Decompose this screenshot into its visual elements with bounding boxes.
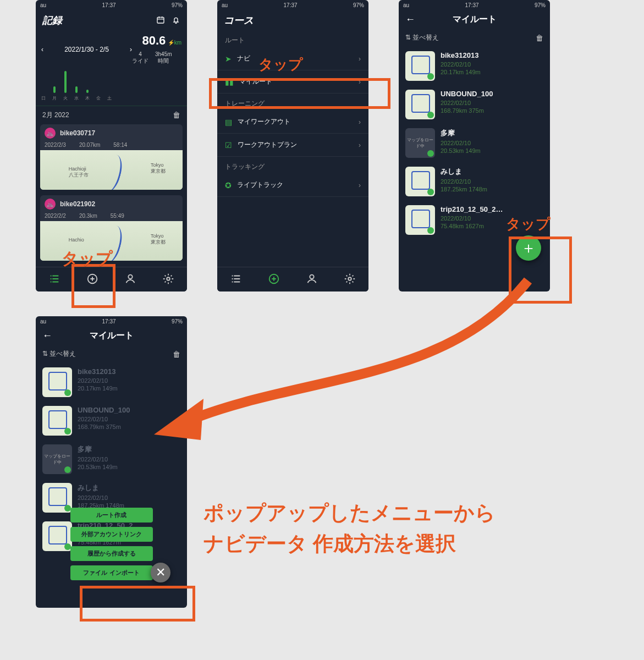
- chevron-right-icon: ›: [359, 141, 361, 149]
- sort-button[interactable]: ⇅ 並べ替え: [42, 349, 76, 359]
- ride-name: bike030717: [60, 129, 95, 137]
- livetrack-icon: ✪: [225, 181, 232, 190]
- ride-card[interactable]: 🚲 bike030717 2022/2/3 20.07km 58:14 Hach…: [40, 124, 183, 190]
- popup-from-history[interactable]: 履歴から作成する: [70, 546, 153, 561]
- route-name: 多摩: [441, 128, 481, 138]
- trash-icon[interactable]: [536, 34, 543, 42]
- route-thumb: [42, 483, 72, 513]
- sort-button[interactable]: ⇅ 並べ替え: [405, 33, 439, 42]
- clock: 17:37: [102, 2, 116, 8]
- ride-date: 2022/2/3: [45, 142, 66, 148]
- route-distance: 20.53km 149m: [78, 464, 118, 470]
- route-item[interactable]: みしま 2022/02/10 187.25km 1748m: [399, 162, 550, 201]
- nav-add-icon[interactable]: [86, 273, 98, 287]
- distance-unit: ⚡km: [168, 40, 181, 46]
- route-date: 2022/02/10: [78, 416, 130, 422]
- annotation-main-text: ポップアップしたメニューから ナビデータ 作成方法を選択: [203, 498, 496, 559]
- chevron-right-icon: ›: [359, 55, 361, 63]
- bell-icon[interactable]: [172, 15, 180, 26]
- section-training: トレーニング: [217, 94, 368, 111]
- back-icon[interactable]: ←: [405, 14, 415, 25]
- annotation-arrow: [143, 275, 544, 440]
- back-icon[interactable]: ←: [42, 330, 52, 342]
- route-date: 2022/02/10: [441, 178, 487, 185]
- route-item[interactable]: マップをロード中多摩 2022/02/10 20.53km 149m: [399, 124, 550, 162]
- ride-km: 20.3km: [79, 213, 97, 219]
- ride-duration: 58:14: [113, 142, 127, 148]
- svg-marker-7: [154, 399, 203, 440]
- route-thumb: マップをロード中: [405, 128, 435, 158]
- route-date: 2022/02/10: [441, 215, 503, 222]
- nav-list-icon[interactable]: [48, 273, 60, 287]
- carrier: au: [40, 2, 46, 8]
- navi-icon: ➤: [225, 54, 232, 63]
- annotation-tap-3: タップ: [506, 215, 551, 234]
- calendar-icon[interactable]: [156, 15, 165, 26]
- fab-add-button[interactable]: ＋: [516, 235, 541, 261]
- route-name: みしま: [441, 167, 487, 177]
- route-name: UNBOUND_100: [78, 406, 130, 414]
- menu-row-livetrack[interactable]: ✪ライブトラック ›: [217, 174, 368, 197]
- popup-file-import[interactable]: ファイル インポート: [70, 565, 153, 580]
- trash-icon[interactable]: [173, 111, 180, 120]
- screen-myroute: au 17:37 97% ← マイルート ⇅ 並べ替え bike312013 2…: [399, 0, 550, 292]
- route-date: 2022/02/10: [78, 494, 124, 501]
- page-title: コース: [224, 14, 254, 27]
- fab-close-button[interactable]: ✕: [151, 563, 170, 582]
- create-route-popup: ルート作成 外部アカウントリンク 履歴から作成する ファイル インポート: [70, 508, 153, 580]
- route-name: UNBOUND_100: [441, 90, 493, 98]
- time-label: 時間: [155, 57, 172, 65]
- page-title: 記録: [42, 14, 62, 27]
- section-route: ルート: [217, 30, 368, 47]
- chevron-right-icon: ›: [359, 118, 361, 126]
- route-date: 2022/02/10: [78, 377, 118, 384]
- route-name: trip210_12_50_2…: [441, 205, 503, 213]
- ride-km: 20.07km: [79, 142, 100, 148]
- header: コース: [217, 10, 368, 30]
- section-tracking: トラッキング: [217, 157, 368, 174]
- route-thumb: [42, 367, 72, 397]
- workout-icon: ▤: [225, 118, 232, 127]
- route-thumb: [42, 406, 72, 436]
- route-distance: 187.25km 1748m: [441, 186, 487, 193]
- menu-row-myworkout[interactable]: ▤マイワークアウト ›: [217, 111, 368, 134]
- month-header: 2月 2022: [36, 106, 187, 124]
- route-name: bike312013: [441, 51, 481, 59]
- header: 記録: [36, 10, 187, 30]
- popup-create-route[interactable]: ルート作成: [70, 508, 153, 522]
- plan-icon: ☑: [225, 141, 232, 150]
- svg-rect-0: [157, 17, 164, 23]
- route-name: みしま: [78, 483, 124, 493]
- week-range[interactable]: 2022/1/30 - 2/5: [43, 46, 130, 53]
- menu-row-workoutplan[interactable]: ☑ワークアウトプラン ›: [217, 134, 368, 157]
- distance-value: 80.6: [142, 34, 166, 47]
- total-distance: 80.6 ⚡km 4ライド 3h45m時間: [132, 34, 181, 65]
- route-date: 2022/02/10: [441, 100, 493, 106]
- route-item[interactable]: マップをロード中多摩 2022/02/10 20.53km 149m: [36, 440, 187, 479]
- route-item[interactable]: bike312013 2022/02/10 20.17km 149m: [399, 47, 550, 85]
- rides-label: ライド: [132, 57, 148, 65]
- header: ← マイルート: [399, 10, 550, 29]
- time-value: 3h45m: [155, 51, 172, 57]
- route-thumb: [405, 167, 435, 196]
- route-date: 2022/02/10: [441, 61, 481, 68]
- battery: 97%: [172, 2, 183, 8]
- route-distance: 20.53km 149m: [441, 147, 481, 154]
- status-bar: au 17:37 97%: [217, 0, 368, 10]
- route-thumb: [405, 90, 435, 119]
- nav-profile-icon[interactable]: [124, 273, 136, 287]
- route-thumb: [405, 205, 435, 235]
- chevron-right-icon: ›: [359, 78, 361, 86]
- screen-course: au 17:37 97% コース ルート ➤ナビ › ▮▮マイルート › トレー…: [217, 0, 368, 292]
- route-thumb: マップをロード中: [42, 444, 72, 474]
- popup-ext-account[interactable]: 外部アカウントリンク: [70, 527, 153, 542]
- route-thumb: [42, 521, 72, 551]
- route-distance: 20.17km 149m: [78, 385, 118, 392]
- route-distance: 168.79km 375m: [78, 424, 130, 430]
- road-icon: ▮▮: [225, 78, 234, 86]
- month-label: 2月 2022: [42, 111, 69, 120]
- route-item[interactable]: UNBOUND_100 2022/02/10 168.79km 375m: [399, 85, 550, 124]
- ride-map: Hachioji 八王子市 Tokyo 東京都: [40, 150, 183, 190]
- bike-icon: 🚲: [45, 199, 56, 210]
- annotation-tap-2: タップ: [258, 55, 303, 74]
